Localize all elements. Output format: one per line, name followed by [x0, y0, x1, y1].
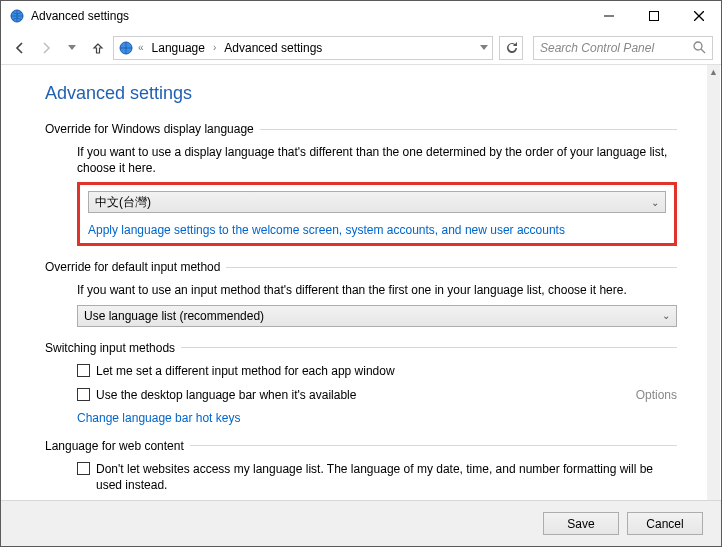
chevron-down-icon: ⌄ [662, 310, 670, 321]
breadcrumb-dropdown-icon[interactable] [480, 45, 488, 51]
history-dropdown[interactable] [61, 37, 83, 59]
input-method-combo[interactable]: Use language list (recommended) ⌄ [77, 305, 677, 327]
divider [226, 267, 677, 268]
group-input-method: Override for default input method If you… [45, 260, 677, 326]
minimize-button[interactable] [586, 1, 631, 31]
group-display-header: Override for Windows display language [45, 122, 254, 136]
block-web-lang-checkbox[interactable] [77, 462, 90, 475]
svg-point-6 [694, 42, 702, 50]
vertical-scrollbar[interactable]: ▲ [707, 65, 720, 500]
per-app-input-label: Let me set a different input method for … [96, 363, 677, 379]
back-button[interactable] [9, 37, 31, 59]
group-input-header: Override for default input method [45, 260, 220, 274]
chevron-right-icon: › [213, 42, 216, 53]
window-title: Advanced settings [31, 9, 129, 23]
breadcrumb-sep-root: « [138, 42, 144, 53]
display-language-value: 中文(台灣) [95, 194, 151, 211]
breadcrumb-icon [118, 40, 134, 56]
scroll-up-icon[interactable]: ▲ [707, 65, 720, 79]
chevron-down-icon: ⌄ [651, 197, 659, 208]
divider [190, 445, 677, 446]
app-icon [9, 8, 25, 24]
desktop-langbar-checkbox[interactable] [77, 388, 90, 401]
search-icon [693, 41, 706, 54]
search-placeholder: Search Control Panel [540, 41, 654, 55]
breadcrumb-language[interactable]: Language [148, 39, 209, 57]
group-input-desc: If you want to use an input method that'… [77, 282, 677, 298]
refresh-button[interactable] [499, 36, 523, 60]
nav-toolbar: « Language › Advanced settings Search Co… [1, 31, 721, 65]
cancel-button[interactable]: Cancel [627, 512, 703, 535]
save-button[interactable]: Save [543, 512, 619, 535]
breadcrumb[interactable]: « Language › Advanced settings [113, 36, 493, 60]
close-button[interactable] [676, 1, 721, 31]
apply-welcome-link[interactable]: Apply language settings to the welcome s… [88, 223, 565, 237]
group-display-language: Override for Windows display language If… [45, 122, 677, 246]
desktop-langbar-label: Use the desktop language bar when it's a… [96, 387, 356, 403]
up-button[interactable] [87, 37, 109, 59]
display-language-combo[interactable]: 中文(台灣) ⌄ [88, 191, 666, 213]
svg-rect-2 [649, 12, 658, 21]
search-input[interactable]: Search Control Panel [533, 36, 713, 60]
maximize-button[interactable] [631, 1, 676, 31]
forward-button[interactable] [35, 37, 57, 59]
divider [181, 347, 677, 348]
page-title: Advanced settings [45, 83, 677, 104]
group-switching-header: Switching input methods [45, 341, 175, 355]
block-web-lang-label: Don't let websites access my language li… [96, 461, 677, 493]
langbar-options-link[interactable]: Options [636, 388, 677, 402]
group-switching: Switching input methods Let me set a dif… [45, 341, 677, 425]
divider [260, 129, 677, 130]
group-web-content: Language for web content Don't let websi… [45, 439, 677, 493]
group-web-header: Language for web content [45, 439, 184, 453]
content-area: Advanced settings Override for Windows d… [1, 65, 707, 500]
per-app-input-checkbox[interactable] [77, 364, 90, 377]
hotkeys-link[interactable]: Change language bar hot keys [77, 411, 240, 425]
svg-line-7 [701, 49, 705, 53]
breadcrumb-advanced-settings[interactable]: Advanced settings [220, 39, 326, 57]
group-display-desc: If you want to use a display language th… [77, 144, 677, 176]
window-titlebar: Advanced settings [1, 1, 721, 31]
footer: Save Cancel [1, 500, 721, 546]
input-method-value: Use language list (recommended) [84, 309, 264, 323]
highlight-box: 中文(台灣) ⌄ Apply language settings to the … [77, 182, 677, 246]
